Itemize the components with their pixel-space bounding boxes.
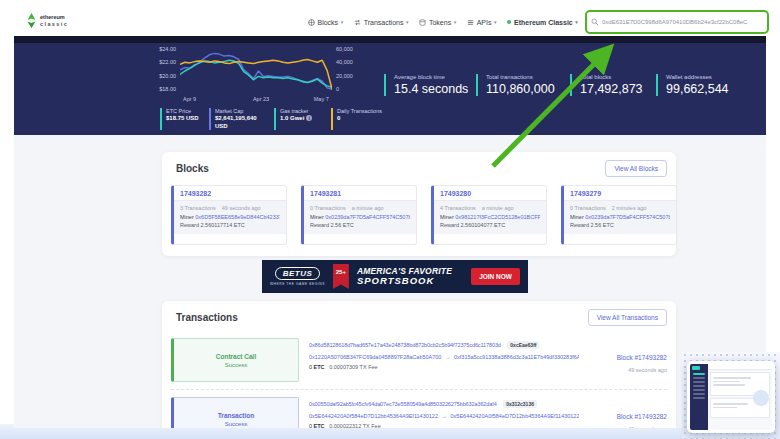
miner-address-link[interactable]: 0x6D5F58EE658e9eD844Cb42337... <box>195 214 280 220</box>
nav-item-network-selector[interactable]: Ethereum Classic ▾ <box>507 19 577 26</box>
stat-average-block-time: Average block time 15.4 seconds <box>384 74 462 96</box>
from-address-link[interactable]: 0x1220A50706B347FC69da0458897F28aCab50A7… <box>309 354 441 360</box>
tx-hash-link[interactable]: 0x86d58128618d7bad657e17a43e248738bd872b… <box>309 342 501 348</box>
chart-y-axis-left: $24.00 $22.00 $20.00 $18.00 <box>150 46 176 92</box>
chevron-down-icon: ▾ <box>494 19 497 25</box>
method-id-tag: 0xcEae63ff <box>507 341 539 349</box>
tx-type-badge: Transaction Success <box>171 397 299 428</box>
dashboard-hero: $24.00 $22.00 $20.00 $18.00 60,000 40,00… <box>14 36 766 135</box>
to-address-link[interactable]: 0x5E6442420A0f584eD7D12bb45364A9Ef114301… <box>451 413 579 419</box>
chart-x-axis: Apr 9 Apr 23 May 7 <box>180 96 332 104</box>
block-cards: 17493282 3 Transactions49 seconds ago Mi… <box>171 185 677 245</box>
network-status-dot <box>507 20 511 24</box>
nav-menu: Blocks ▾ Transactions ▾ Tokens ▾ <box>308 8 598 36</box>
legend-market-cap: Market Cap $2,641,195,640 USD <box>209 108 265 130</box>
chart-legend: ETC Price $18.75 USD Market Cap $2,641,1… <box>160 108 383 130</box>
miner-address-link[interactable]: 0x0239da7F7D5aF4CFF574C507bb... <box>585 214 670 220</box>
status-badge: Success <box>225 362 248 368</box>
to-address-link[interactable]: 0xf315a5cc91338a3886d3c3a11E7b49df330283… <box>454 354 579 360</box>
stat-total-transactions: Total transactions 110,860,000 <box>476 74 556 96</box>
arrow-right-icon: → <box>442 413 448 419</box>
page-body: Blocks View All Blocks 17493282 3 Transa… <box>14 135 766 428</box>
stat-wallet-addresses: Wallet addresses 99,662,544 <box>656 74 748 96</box>
search-box-highlighted[interactable] <box>585 10 769 34</box>
block-card: 17493281 0 Transactionsa minute ago Mine… <box>301 185 417 245</box>
block-number-link[interactable]: 17493281 <box>304 186 416 201</box>
block-card: 17493282 3 Transactions49 seconds ago Mi… <box>171 185 287 245</box>
method-id-tag: 0x312c3136 <box>503 400 537 408</box>
ad-banner[interactable]: BETUS WHERE THE GAME BEGINS 25+ AMERICA'… <box>262 260 528 293</box>
legend-etc-price: ETC Price $18.75 USD <box>160 108 200 130</box>
nav-item-tokens[interactable]: Tokens ▾ <box>419 19 456 26</box>
nav-item-apis[interactable]: APIs ▾ <box>467 19 496 26</box>
search-icon <box>591 18 599 26</box>
browser-page: ethereum classic Blocks ▾ Transactions ▾ <box>14 8 766 428</box>
from-address-link[interactable]: 0x5E6442420A0f584eD7D12bb45364A9Ef114301… <box>309 413 438 419</box>
transactions-title: Transactions <box>176 312 238 323</box>
network-stats: Average block time 15.4 seconds Total tr… <box>384 74 762 96</box>
list-icon <box>467 19 474 26</box>
transaction-row: Transaction Success 0x00550daf92ab5fc45c… <box>171 389 667 428</box>
tx-hash-link[interactable]: 0x00550daf92ab5fc45cfv64da07ec73e5580549… <box>309 401 497 407</box>
transaction-row: Contract Call Success 0x86d58128618d7bad… <box>171 331 667 389</box>
nav-item-transactions[interactable]: Transactions ▾ <box>354 19 408 26</box>
block-card: 17493279 0 Transactions2 minutes ago Min… <box>561 185 677 245</box>
chevron-down-icon: ▾ <box>341 19 344 25</box>
info-icon[interactable]: i <box>306 115 312 121</box>
search-input[interactable] <box>602 19 763 25</box>
transactions-panel: Transactions View All Transactions Contr… <box>162 301 676 428</box>
arrow-right-icon: → <box>445 354 451 360</box>
block-link[interactable]: Block #17493282 <box>617 413 667 420</box>
transactions-icon <box>354 19 361 26</box>
logo-text: ethereum classic <box>40 14 68 27</box>
ad-headline: AMERICA'S FAVORITE SPORTSBOOK <box>357 267 452 287</box>
cube-icon <box>308 19 315 26</box>
price-chart: $24.00 $22.00 $20.00 $18.00 60,000 40,00… <box>150 44 362 110</box>
view-all-transactions-button[interactable]: View All Transactions <box>588 309 667 326</box>
block-number-link[interactable]: 17493280 <box>434 186 546 201</box>
nav-item-blocks[interactable]: Blocks ▾ <box>308 19 343 26</box>
ethereum-classic-logo[interactable]: ethereum classic <box>27 13 68 28</box>
thumbnail-content <box>708 364 772 430</box>
tokens-icon <box>419 19 426 26</box>
chevron-down-icon: ▾ <box>575 19 578 25</box>
etc-diamond-icon <box>27 13 36 28</box>
stat-total-blocks: Total blocks 17,492,873 <box>570 74 642 96</box>
status-badge: Success <box>225 421 248 427</box>
betus-logo: BETUS WHERE THE GAME BEGINS <box>270 267 325 286</box>
transaction-list: Contract Call Success 0x86d58128618d7bad… <box>171 331 667 428</box>
age-badge: 25+ <box>333 264 349 289</box>
block-number-link[interactable]: 17493282 <box>174 186 286 201</box>
thumbnail-sidebar <box>690 364 708 430</box>
chevron-down-icon: ▾ <box>406 19 409 25</box>
miner-address-link[interactable]: 0x0239da7F7D5aF4CFF574C507bb... <box>325 214 410 220</box>
block-link[interactable]: Block #17493282 <box>617 354 667 361</box>
block-card: 17493280 4 Transactionsa minute ago Mine… <box>431 185 547 245</box>
top-navbar: ethereum classic Blocks ▾ Transactions ▾ <box>14 8 766 36</box>
blocks-panel: Blocks View All Blocks 17493282 3 Transa… <box>162 152 676 256</box>
chart-y-axis-right: 60,000 40,000 20,000 0 <box>336 46 362 92</box>
legend-gas-tracker: Gas tracker 1.0 Gweii <box>274 108 322 130</box>
blocks-title: Blocks <box>176 163 209 174</box>
chevron-down-icon: ▾ <box>454 19 457 25</box>
tx-type-badge: Contract Call Success <box>171 338 299 382</box>
legend-daily-transactions: Daily Transactions 0 <box>331 108 383 130</box>
join-now-button[interactable]: JOIN NOW <box>471 268 520 285</box>
miner-address-link[interactable]: 0x981217f3FcC2CD5128e01BCFFa... <box>455 214 540 220</box>
page-preview-thumbnail[interactable] <box>687 361 775 433</box>
block-number-link[interactable]: 17493279 <box>564 186 676 201</box>
hero-chart-svg <box>180 46 332 92</box>
view-all-blocks-button[interactable]: View All Blocks <box>605 160 667 177</box>
hero-top-strip <box>14 36 766 43</box>
